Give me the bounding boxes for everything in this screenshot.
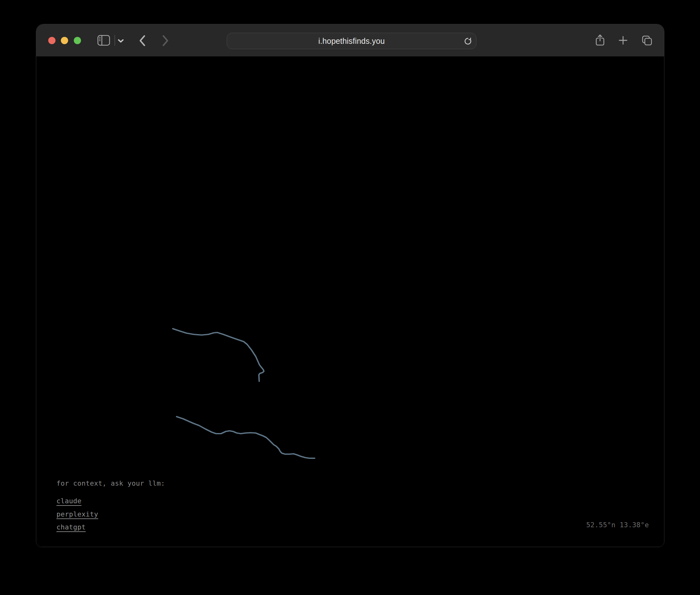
reload-icon (463, 36, 472, 46)
share-button[interactable] (595, 34, 605, 46)
prompt-text: for context, ask your llm: (56, 479, 165, 487)
river-map (36, 56, 664, 547)
coordinates-text: 52.55°n 13.38°e (586, 521, 649, 529)
sidebar-icon (98, 35, 110, 46)
minimize-window-button[interactable] (61, 37, 68, 44)
url-text: i.hopethisfinds.you (319, 36, 385, 46)
river-upper-path (173, 329, 264, 381)
tab-group-menu-button[interactable] (117, 38, 124, 43)
browser-window: i.hopethisfinds.you (36, 24, 664, 547)
toolbar-divider (114, 35, 115, 46)
chevron-left-icon (138, 35, 146, 47)
page-content: for context, ask your llm: claude perple… (36, 56, 664, 547)
share-icon (595, 34, 605, 46)
browser-toolbar: i.hopethisfinds.you (36, 24, 664, 56)
link-claude[interactable]: claude (56, 497, 81, 505)
forward-button[interactable] (161, 35, 170, 47)
back-button[interactable] (138, 35, 146, 47)
zoom-window-button[interactable] (74, 37, 81, 44)
new-tab-button[interactable] (618, 36, 628, 45)
tab-overview-icon (642, 35, 652, 46)
tab-overview-button[interactable] (641, 36, 653, 45)
chevron-right-icon (162, 35, 169, 47)
address-bar[interactable]: i.hopethisfinds.you (227, 33, 477, 49)
link-perplexity[interactable]: perplexity (56, 510, 98, 518)
river-lower-path (177, 417, 315, 458)
plus-icon (618, 36, 628, 45)
chevron-down-icon (117, 39, 124, 43)
reload-button[interactable] (463, 36, 472, 46)
link-chatgpt[interactable]: chatgpt (56, 523, 86, 531)
close-window-button[interactable] (48, 37, 55, 44)
sidebar-toggle-button[interactable] (98, 35, 110, 46)
